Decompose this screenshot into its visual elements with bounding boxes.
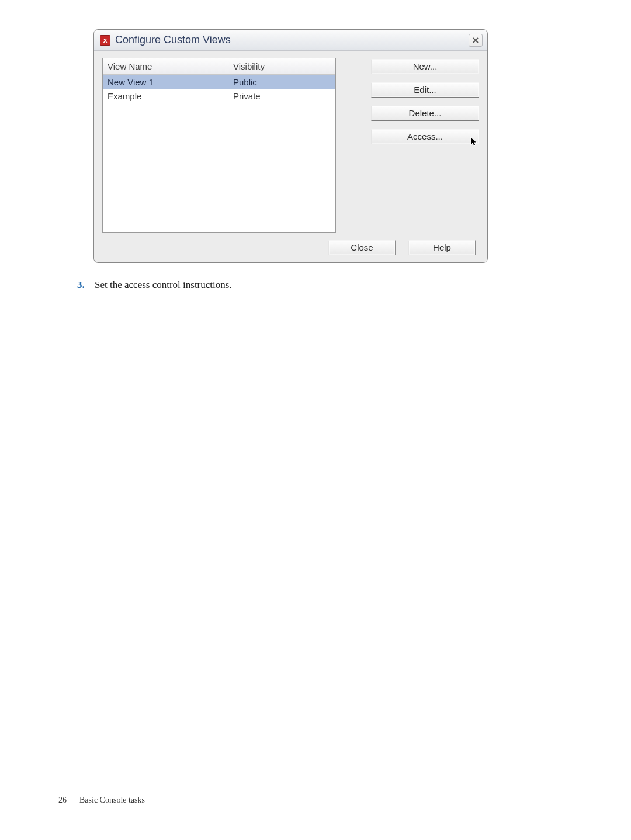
access-button[interactable]: Access... [371, 129, 479, 144]
dialog-title: Configure Custom Views [115, 34, 231, 46]
help-button[interactable]: Help [408, 240, 476, 255]
close-button[interactable]: Close [328, 240, 396, 255]
button-label: Close [351, 242, 373, 252]
instruction-step: 3. Set the access control instructions. [77, 279, 561, 291]
app-icon: x [100, 35, 110, 46]
close-icon[interactable] [469, 34, 483, 47]
col-header-view-name: View Name [103, 60, 228, 72]
configure-custom-views-dialog: x Configure Custom Views View Name Visib… [93, 29, 488, 263]
step-number: 3. [77, 279, 95, 291]
cell-visibility: Private [228, 90, 335, 102]
cell-view-name: Example [103, 90, 228, 102]
page-footer: 26 Basic Console tasks [58, 796, 145, 805]
button-label: Access... [407, 131, 443, 141]
list-header: View Name Visibility [103, 58, 335, 75]
delete-button[interactable]: Delete... [371, 106, 479, 121]
views-list[interactable]: View Name Visibility New View 1 Public E… [102, 58, 336, 233]
titlebar: x Configure Custom Views [94, 30, 487, 51]
button-label: Edit... [414, 85, 436, 95]
button-label: Delete... [409, 108, 442, 118]
button-label: New... [413, 61, 438, 71]
edit-button[interactable]: Edit... [371, 82, 479, 98]
button-label: Help [433, 242, 451, 252]
cell-view-name: New View 1 [103, 76, 228, 88]
table-row[interactable]: New View 1 Public [103, 75, 335, 89]
step-text: Set the access control instructions. [95, 279, 232, 291]
col-header-visibility: Visibility [228, 60, 335, 72]
page-number: 26 [58, 796, 67, 805]
section-title: Basic Console tasks [79, 796, 145, 805]
table-row[interactable]: Example Private [103, 89, 335, 103]
cell-visibility: Public [228, 76, 335, 88]
new-button[interactable]: New... [371, 59, 479, 74]
